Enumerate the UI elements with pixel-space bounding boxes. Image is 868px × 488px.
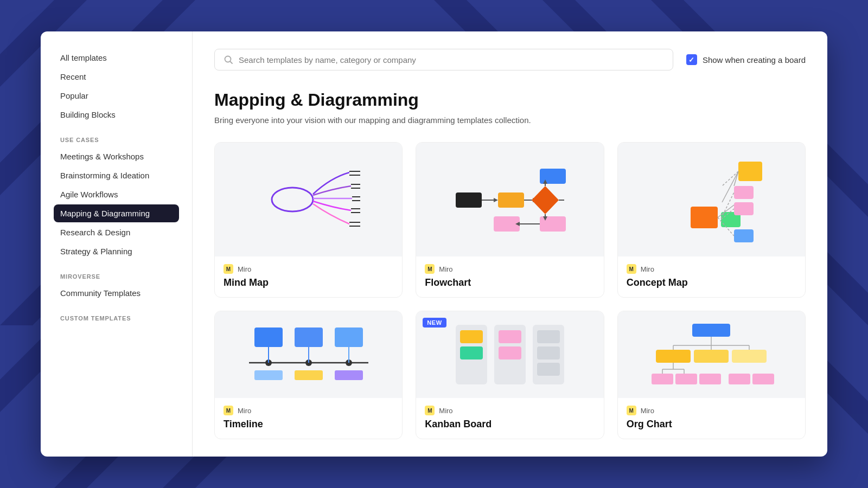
show-when-creating-toggle[interactable]: Show when creating a board (686, 54, 806, 65)
sidebar-nav-top: All templates Recent Popular Building Bl… (54, 49, 179, 124)
svg-rect-46 (734, 202, 754, 215)
svg-marker-29 (532, 186, 559, 214)
sidebar-item-brainstorming[interactable]: Brainstorming & Ideation (54, 166, 179, 184)
svg-rect-34 (540, 216, 566, 232)
org-chart-info: M Miro Org Chart (618, 398, 805, 439)
svg-rect-31 (540, 169, 566, 184)
template-card-timeline[interactable]: M Miro Timeline (214, 311, 403, 439)
template-card-org-chart[interactable]: M Miro Org Chart (617, 311, 806, 439)
concept-map-illustration (652, 153, 771, 246)
miro-logo-mind-map: M (224, 264, 233, 274)
kanban-author: M Miro (425, 406, 595, 415)
org-chart-thumbnail (618, 311, 805, 398)
templates-grid: M Miro Mind Map (214, 142, 806, 439)
svg-rect-70 (460, 346, 483, 359)
sidebar-item-mapping-diagramming[interactable]: Mapping & Diagramming (54, 204, 179, 222)
mind-map-author: M Miro (224, 264, 393, 274)
timeline-name: Timeline (224, 419, 393, 430)
concept-map-name: Concept Map (627, 277, 796, 288)
new-badge: NEW (423, 318, 446, 328)
sidebar: All templates Recent Popular Building Bl… (41, 31, 193, 457)
flowchart-illustration (450, 153, 570, 246)
svg-rect-69 (460, 330, 483, 343)
mind-map-thumbnail (215, 143, 402, 256)
sidebar-item-recent[interactable]: Recent (54, 68, 179, 86)
sidebar-section-use-cases: USE CASES Meetings & Workshops Brainstor… (54, 128, 179, 260)
sidebar-item-popular[interactable]: Popular (54, 87, 179, 105)
template-card-mind-map[interactable]: M Miro Mind Map (214, 142, 403, 298)
svg-rect-71 (499, 330, 521, 343)
miroverse-label: MIROVERSE (54, 265, 179, 284)
svg-rect-90 (675, 374, 697, 384)
sidebar-section-miroverse: MIROVERSE Community Templates (54, 265, 179, 302)
svg-rect-63 (254, 370, 283, 380)
miro-logo-timeline: M (224, 406, 233, 415)
search-row: Show when creating a board (214, 49, 806, 70)
template-card-flowchart[interactable]: M Miro Flowchart (416, 142, 604, 298)
org-chart-name: Org Chart (627, 419, 796, 430)
timeline-info: M Miro Timeline (215, 398, 402, 439)
miro-logo-kanban: M (425, 406, 435, 415)
flowchart-name: Flowchart (425, 277, 595, 288)
svg-rect-43 (691, 207, 718, 228)
sidebar-item-strategy-planning[interactable]: Strategy & Planning (54, 242, 179, 260)
concept-map-info: M Miro Concept Map (618, 256, 805, 297)
svg-rect-73 (537, 330, 560, 343)
sidebar-item-meetings-workshops[interactable]: Meetings & Workshops (54, 147, 179, 165)
svg-rect-74 (537, 346, 560, 359)
search-input[interactable] (239, 55, 664, 65)
show-creating-checkbox[interactable] (686, 54, 697, 65)
custom-templates-label: CUSTOM TEMPLATES (54, 306, 179, 326)
concept-map-author: M Miro (627, 264, 796, 274)
svg-rect-26 (498, 192, 524, 208)
svg-rect-55 (335, 328, 363, 347)
org-chart-illustration (646, 319, 776, 390)
svg-rect-64 (295, 370, 323, 380)
svg-rect-76 (692, 324, 730, 337)
svg-rect-91 (699, 374, 721, 384)
flowchart-thumbnail (416, 143, 603, 256)
sidebar-item-community-templates[interactable]: Community Templates (54, 284, 179, 302)
svg-rect-82 (656, 350, 691, 363)
mind-map-illustration (254, 156, 363, 243)
svg-rect-23 (456, 192, 482, 208)
svg-rect-72 (499, 346, 521, 359)
template-card-concept-map[interactable]: M Miro Concept Map (617, 142, 806, 298)
svg-line-11 (231, 62, 233, 64)
section-description: Bring everyone into your vision with our… (214, 115, 806, 125)
svg-rect-45 (734, 186, 754, 199)
flowchart-author: M Miro (425, 264, 595, 274)
kanban-info: M Miro Kanban Board (416, 398, 603, 439)
miro-logo-flowchart: M (425, 264, 435, 274)
svg-rect-93 (752, 374, 774, 384)
kanban-thumbnail: NEW (416, 311, 603, 398)
miro-logo-concept-map: M (627, 264, 636, 274)
svg-rect-53 (254, 328, 283, 347)
page-title: Mapping & Diagramming (214, 90, 806, 110)
search-icon (224, 55, 233, 65)
sidebar-section-custom: CUSTOM TEMPLATES (54, 306, 179, 326)
timeline-thumbnail (215, 311, 402, 398)
svg-rect-75 (537, 363, 560, 376)
svg-point-12 (272, 188, 313, 211)
sidebar-item-agile-workflows[interactable]: Agile Workflows (54, 185, 179, 203)
mind-map-name: Mind Map (224, 277, 393, 288)
svg-marker-25 (494, 198, 498, 202)
search-bar[interactable] (214, 49, 673, 70)
template-modal: All templates Recent Popular Building Bl… (41, 31, 827, 457)
svg-rect-89 (652, 374, 673, 384)
org-chart-author: M Miro (627, 406, 796, 415)
timeline-author: M Miro (224, 406, 393, 415)
kanban-name: Kanban Board (425, 419, 595, 430)
concept-map-thumbnail (618, 143, 805, 256)
template-card-kanban[interactable]: NEW (416, 311, 604, 439)
miro-logo-org-chart: M (627, 406, 636, 415)
svg-rect-84 (732, 350, 767, 363)
svg-rect-47 (734, 229, 754, 242)
main-content: Show when creating a board Mapping & Dia… (193, 31, 827, 457)
svg-point-10 (225, 56, 231, 62)
svg-rect-83 (694, 350, 729, 363)
sidebar-item-building-blocks[interactable]: Building Blocks (54, 106, 179, 124)
sidebar-item-research-design[interactable]: Research & Design (54, 223, 179, 241)
sidebar-item-all-templates[interactable]: All templates (54, 49, 179, 67)
